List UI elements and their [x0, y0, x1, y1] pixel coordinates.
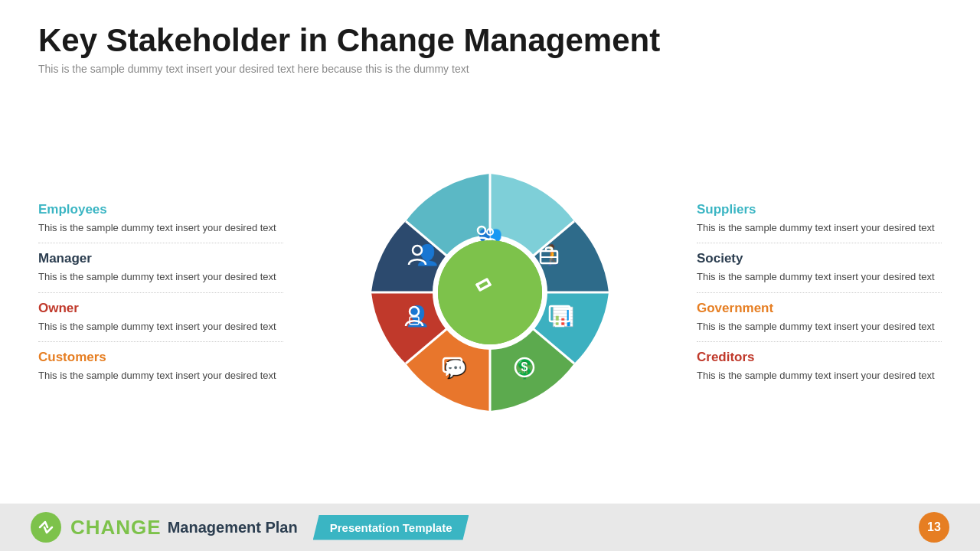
stakeholder-customers: Customers This is the sample dummy text …: [38, 342, 283, 391]
page-title: Key Stakeholder in Change Management: [38, 23, 942, 58]
stakeholder-title-owner: Owner: [38, 301, 283, 316]
footer-page-number: 13: [919, 512, 949, 543]
stakeholder-employees: Employees This is the sample dummy text …: [38, 194, 283, 244]
stakeholder-text-creditors: This is the sample dummy text insert you…: [697, 368, 942, 383]
svg-point-35: [438, 240, 542, 344]
stakeholder-text-suppliers: This is the sample dummy text insert you…: [697, 220, 942, 236]
stakeholder-title-employees: Employees: [38, 202, 283, 217]
stakeholder-title-society: Society: [697, 251, 942, 266]
stakeholder-title-government: Government: [697, 301, 942, 316]
stakeholder-manager: Manager This is the sample dummy text in…: [38, 243, 283, 293]
footer: CHANGE Management Plan Presentation Temp…: [0, 504, 980, 551]
page-subtitle: This is the sample dummy text insert you…: [38, 63, 942, 75]
stakeholder-text-employees: This is the sample dummy text insert you…: [38, 220, 283, 236]
content-area: Employees This is the sample dummy text …: [38, 89, 942, 496]
stakeholder-text-society: This is the sample dummy text insert you…: [697, 269, 942, 285]
wheel-diagram: ❯❮ 👥 🚶 📊 💲 💬 👤 👤: [360, 162, 620, 422]
diagram-container: ❯❮ 👥 🚶 📊 💲 💬 👤 👤: [299, 162, 681, 422]
stakeholder-suppliers: Suppliers This is the sample dummy text …: [697, 194, 942, 244]
stakeholder-text-manager: This is the sample dummy text insert you…: [38, 269, 283, 285]
right-column: Suppliers This is the sample dummy text …: [681, 194, 942, 391]
stakeholder-society: Society This is the sample dummy text in…: [697, 243, 942, 293]
footer-logo: [31, 512, 61, 543]
svg-text:💬: 💬: [444, 357, 467, 380]
footer-brand-mgmt: Management Plan: [168, 519, 298, 536]
stakeholder-text-owner: This is the sample dummy text insert you…: [38, 319, 283, 334]
left-column: Employees This is the sample dummy text …: [38, 194, 299, 391]
stakeholder-text-government: This is the sample dummy text insert you…: [697, 319, 942, 334]
slide: Key Stakeholder in Change Management Thi…: [0, 0, 980, 551]
stakeholder-text-customers: This is the sample dummy text insert you…: [38, 368, 283, 383]
stakeholder-title-customers: Customers: [38, 350, 283, 365]
title-section: Key Stakeholder in Change Management Thi…: [38, 23, 942, 83]
svg-text:📊: 📊: [551, 305, 574, 328]
stakeholder-creditors: Creditors This is the sample dummy text …: [697, 342, 942, 391]
footer-logo-icon: [37, 518, 55, 536]
footer-brand-change: CHANGE: [70, 516, 162, 540]
stakeholder-title-suppliers: Suppliers: [697, 202, 942, 217]
main-content: Key Stakeholder in Change Management Thi…: [0, 0, 980, 504]
footer-badge: Presentation Template: [313, 515, 469, 540]
svg-text:$: $: [521, 360, 528, 373]
stakeholder-title-creditors: Creditors: [697, 350, 942, 365]
stakeholder-owner: Owner This is the sample dummy text inse…: [38, 293, 283, 343]
stakeholder-government: Government This is the sample dummy text…: [697, 293, 942, 343]
stakeholder-title-manager: Manager: [38, 251, 283, 266]
